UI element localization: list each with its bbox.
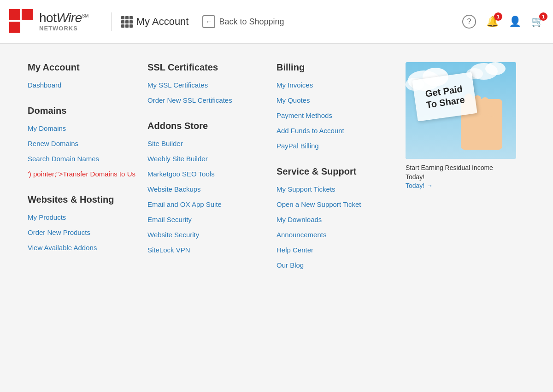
- grid-dot: [129, 16, 133, 19]
- order-new-products-link[interactable]: Order New Products: [28, 228, 138, 236]
- weebly-site-builder-link[interactable]: Weebly Site Builder: [147, 155, 267, 163]
- my-invoices-link[interactable]: My Invoices: [276, 81, 396, 89]
- grid-dot: [121, 24, 124, 28]
- grid-dot: [125, 24, 129, 28]
- addons-store-section-header: Addons Store: [147, 121, 267, 131]
- logo-sq-top-right: [22, 9, 33, 20]
- my-quotes-link[interactable]: My Quotes: [276, 96, 396, 104]
- menu-column-3: Billing My Invoices My Quotes Payment Me…: [276, 62, 406, 276]
- promo-card-text: Get Paid To Share: [424, 83, 465, 110]
- my-domains-link[interactable]: My Domains: [28, 124, 138, 132]
- transfer-domains-link[interactable]: ') pointer;">Transfer Domains to Us: [28, 170, 138, 178]
- logo-icon: [9, 9, 35, 35]
- svg-rect-11: [488, 100, 495, 117]
- logo-sq-bottom-right: [22, 22, 33, 33]
- service-support-section-header: Service & Support: [276, 166, 396, 177]
- order-new-ssl-link[interactable]: Order New SSL Certificates: [147, 96, 267, 104]
- site-builder-link[interactable]: Site Builder: [147, 140, 267, 147]
- billing-section-header: Billing: [276, 62, 396, 73]
- logo-networks: NETWORKS: [39, 25, 88, 32]
- logo-text: hotWireSM NETWORKS: [39, 11, 88, 32]
- grid-dot: [121, 16, 124, 19]
- promo-card: Get Paid To Share: [412, 72, 477, 121]
- my-downloads-link[interactable]: My Downloads: [276, 216, 396, 223]
- menu-column-1: My Account Dashboard Domains My Domains …: [28, 62, 147, 259]
- email-security-link[interactable]: Email Security: [147, 216, 267, 223]
- menu-grid: My Account Dashboard Domains My Domains …: [28, 62, 525, 276]
- promo-caption-link[interactable]: Today!: [406, 182, 433, 189]
- notifications-badge: 1: [494, 12, 502, 21]
- promo-image[interactable]: Get Paid To Share: [406, 62, 516, 159]
- promo-caption: Start Earning Residual Income Today! Tod…: [406, 164, 512, 191]
- logo-area: hotWireSM NETWORKS: [9, 9, 88, 35]
- my-account-label: My Account: [136, 16, 189, 28]
- open-new-support-ticket-link[interactable]: Open a New Support Ticket: [276, 200, 396, 208]
- svg-point-5: [485, 62, 506, 75]
- cart-badge: 1: [539, 12, 547, 21]
- header-right: ? 🔔 1 👤 🛒 1: [462, 15, 544, 29]
- svg-rect-10: [482, 97, 488, 117]
- ssl-section-header: SSL Certificates: [147, 62, 267, 73]
- our-blog-link[interactable]: Our Blog: [276, 261, 396, 269]
- domains-section-header: Domains: [28, 105, 138, 116]
- my-support-tickets-link[interactable]: My Support Tickets: [276, 185, 396, 193]
- logo-hot: hot: [39, 11, 56, 25]
- sitelock-vpn-link[interactable]: SiteLock VPN: [147, 246, 267, 254]
- menu-column-2: SSL Certificates My SSL Certificates Ord…: [147, 62, 276, 261]
- content-area: My Account Dashboard Domains My Domains …: [0, 44, 553, 392]
- help-center-link[interactable]: Help Center: [276, 246, 396, 254]
- website-security-link[interactable]: Website Security: [147, 231, 267, 239]
- help-button[interactable]: ?: [462, 15, 476, 29]
- view-available-addons-link[interactable]: View Available Addons: [28, 244, 138, 252]
- promo-caption-text: Start Earning Residual Income Today!: [406, 164, 493, 181]
- header: hotWireSM NETWORKS My Account ← Back to …: [0, 0, 553, 44]
- email-ox-app-suite-link[interactable]: Email and OX App Suite: [147, 200, 267, 208]
- back-to-shopping-button[interactable]: ← Back to Shopping: [202, 15, 284, 28]
- announcements-link[interactable]: Announcements: [276, 231, 396, 239]
- dashboard-link[interactable]: Dashboard: [28, 81, 138, 89]
- marketgoo-seo-tools-link[interactable]: Marketgoo SEO Tools: [147, 170, 267, 178]
- paypal-billing-link[interactable]: PayPal Billing: [276, 142, 396, 150]
- logo-sm: SM: [82, 13, 88, 18]
- grid-dot: [129, 24, 133, 28]
- logo-brand-name: hotWireSM: [39, 11, 88, 25]
- help-icon: ?: [462, 15, 476, 29]
- user-icon: 👤: [509, 16, 521, 28]
- promo-column: Get Paid To Share Start Earning Residual…: [406, 62, 521, 191]
- grid-dot: [125, 16, 129, 19]
- my-products-link[interactable]: My Products: [28, 213, 138, 221]
- logo-wire: Wire: [56, 11, 82, 25]
- grid-icon: [121, 16, 133, 28]
- back-label: Back to Shopping: [219, 17, 284, 27]
- websites-hosting-section-header: Websites & Hosting: [28, 194, 138, 205]
- my-account-button[interactable]: My Account: [121, 16, 189, 28]
- my-account-section-header: My Account: [28, 62, 138, 73]
- add-funds-link[interactable]: Add Funds to Account: [276, 127, 396, 135]
- grid-dot: [129, 20, 133, 23]
- logo-sq-bottom-left: [9, 22, 20, 33]
- header-divider: [112, 12, 112, 31]
- user-button[interactable]: 👤: [509, 16, 521, 28]
- notifications-button[interactable]: 🔔 1: [486, 16, 499, 28]
- logo-sq-top-left: [9, 9, 20, 20]
- back-arrow-icon: ←: [202, 15, 215, 28]
- website-backups-link[interactable]: Website Backups: [147, 185, 267, 193]
- cart-button[interactable]: 🛒 1: [531, 16, 544, 28]
- grid-dot: [125, 20, 129, 23]
- search-domain-names-link[interactable]: Search Domain Names: [28, 155, 138, 163]
- grid-dot: [121, 20, 124, 23]
- renew-domains-link[interactable]: Renew Domains: [28, 140, 138, 147]
- my-ssl-certificates-link[interactable]: My SSL Certificates: [147, 81, 267, 89]
- payment-methods-link[interactable]: Payment Methods: [276, 111, 396, 119]
